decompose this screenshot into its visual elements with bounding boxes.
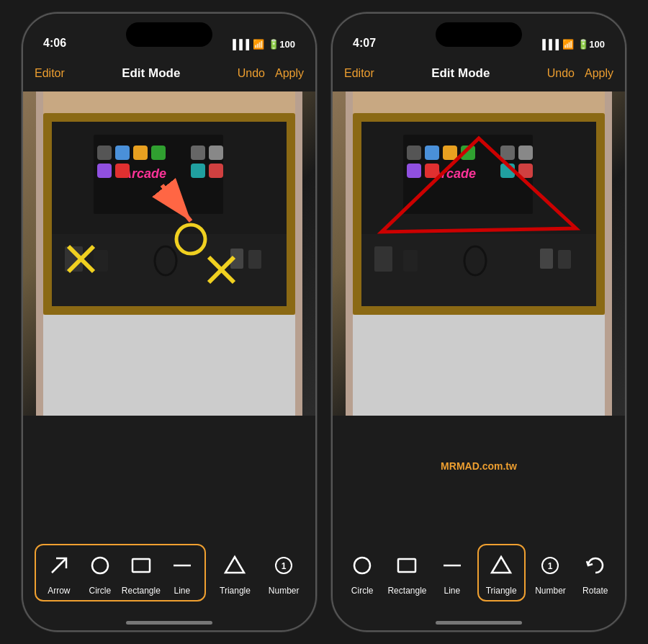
- dynamic-island-2: [436, 22, 522, 47]
- signal-icon: ▐▐▐: [230, 39, 250, 50]
- line-icon-2: [441, 554, 464, 577]
- number-label-2: Number: [535, 586, 566, 596]
- apply-button-1[interactable]: Apply: [275, 67, 304, 80]
- svg-rect-7: [133, 146, 148, 160]
- svg-rect-54: [374, 246, 392, 272]
- arrow-tool-icon[interactable]: [43, 550, 75, 581]
- number-label-1: Number: [269, 586, 300, 596]
- number-tool-icon-1[interactable]: 1: [268, 550, 300, 581]
- photo-bg-2: Arcade: [333, 91, 625, 416]
- battery-icon: 🔋100: [268, 39, 295, 50]
- signal-icon-2: ▐▐▐: [539, 39, 559, 50]
- svg-rect-12: [115, 164, 130, 178]
- svg-rect-48: [518, 146, 533, 160]
- svg-rect-58: [558, 250, 571, 269]
- svg-rect-11: [97, 164, 112, 178]
- tool-item-line[interactable]: Line: [162, 550, 202, 596]
- svg-rect-60: [346, 91, 353, 416]
- photo-bg-1: Arcade: [23, 91, 315, 416]
- rectangle-icon-2: [395, 554, 418, 577]
- svg-rect-44: [425, 146, 439, 160]
- apply-button-2[interactable]: Apply: [585, 67, 613, 80]
- wifi-icon: 📶: [253, 39, 264, 50]
- tool-item-rectangle-2[interactable]: Rectangle: [387, 550, 427, 596]
- rectangle-tool-icon[interactable]: [125, 550, 157, 581]
- circle-tool-icon-2[interactable]: [346, 550, 378, 581]
- time-2: 4:07: [353, 37, 376, 50]
- svg-rect-57: [540, 249, 553, 269]
- number-tool-icon-2[interactable]: 1: [534, 550, 566, 581]
- triangle-label-1: Triangle: [220, 586, 251, 596]
- circle-icon: [89, 554, 112, 577]
- arrow-icon: [48, 554, 71, 577]
- line-tool-icon-2[interactable]: [436, 550, 468, 581]
- tool-item-rectangle[interactable]: Rectangle: [121, 550, 161, 596]
- rectangle-icon: [130, 554, 153, 577]
- tool-item-circle-2[interactable]: Circle: [343, 550, 382, 596]
- undo-button-2[interactable]: Undo: [547, 67, 575, 80]
- svg-rect-61: [605, 91, 612, 416]
- phone-2: 4:07 ▐▐▐ 📶 🔋100 Editor Edit Mode Undo Ap…: [331, 12, 626, 632]
- rotate-icon: [584, 554, 607, 577]
- selected-tool-group-2: Triangle: [477, 544, 526, 601]
- line-icon: [171, 554, 194, 577]
- circle-tool-icon[interactable]: [84, 550, 116, 581]
- triangle-tool-icon-1[interactable]: [219, 550, 251, 581]
- line-tool-icon[interactable]: [166, 550, 198, 581]
- store-photo-2: Arcade: [333, 91, 625, 416]
- rotate-tool-icon-2[interactable]: [580, 550, 611, 581]
- rectangle-label-2: Rectangle: [387, 586, 426, 596]
- line-label-2: Line: [444, 586, 460, 596]
- svg-text:1: 1: [548, 561, 553, 571]
- tool-item-number-2[interactable]: 1 Number: [531, 550, 570, 596]
- triangle-icon-1: [223, 554, 246, 577]
- svg-text:1: 1: [282, 561, 287, 571]
- editor-button-2[interactable]: Editor: [344, 67, 374, 80]
- svg-point-32: [92, 558, 108, 573]
- tool-item-triangle-1[interactable]: Triangle: [215, 550, 255, 596]
- phone-1: 4:06 ▐▐▐ 📶 🔋100 Editor Edit Mode Undo Ap…: [22, 12, 317, 632]
- svg-rect-50: [425, 164, 439, 178]
- battery-icon-2: 🔋100: [577, 39, 605, 50]
- tool-item-line-2[interactable]: Line: [432, 550, 472, 596]
- undo-button-1[interactable]: Undo: [238, 67, 265, 80]
- svg-rect-10: [209, 146, 223, 160]
- triangle-tool-icon-2[interactable]: [485, 550, 517, 581]
- home-indicator-1: [126, 621, 212, 625]
- svg-point-63: [354, 558, 370, 573]
- svg-rect-49: [407, 164, 421, 178]
- tool-item-number-1[interactable]: 1 Number: [264, 550, 304, 596]
- number-icon-1: 1: [272, 554, 295, 577]
- tool-item-circle[interactable]: Circle: [80, 550, 120, 596]
- editor-button-1[interactable]: Editor: [35, 67, 65, 80]
- svg-rect-13: [191, 164, 205, 178]
- tool-item-triangle-2[interactable]: Triangle: [482, 550, 521, 596]
- svg-rect-43: [407, 146, 421, 160]
- svg-rect-20: [248, 250, 261, 269]
- rectangle-label: Rectangle: [122, 586, 161, 596]
- rectangle-tool-icon-2[interactable]: [391, 550, 423, 581]
- toolbar-1[interactable]: Arrow Circle Rectangle: [23, 537, 315, 609]
- svg-rect-45: [443, 146, 457, 160]
- svg-marker-35: [225, 557, 244, 573]
- tool-item-arrow[interactable]: Arrow: [39, 550, 78, 596]
- svg-rect-9: [191, 146, 205, 160]
- svg-rect-23: [295, 91, 302, 416]
- tool-item-rotate-2[interactable]: Rotate: [575, 550, 615, 596]
- wifi-icon-2: 📶: [562, 39, 574, 50]
- watermark-text: MRMAD.com.tw: [441, 460, 517, 472]
- status-icons-2: ▐▐▐ 📶 🔋100: [539, 39, 605, 50]
- circle-label: Circle: [89, 586, 111, 596]
- svg-rect-21: [36, 315, 302, 416]
- svg-rect-64: [398, 559, 415, 572]
- watermark: MRMAD.com.tw: [441, 460, 517, 472]
- svg-rect-8: [151, 146, 166, 160]
- toolbar-2[interactable]: Circle Rectangle Line: [333, 537, 625, 609]
- rotate-label-2: Rotate: [582, 586, 608, 596]
- svg-rect-17: [94, 250, 108, 272]
- svg-rect-47: [500, 146, 515, 160]
- svg-rect-15: [52, 234, 287, 306]
- status-icons-1: ▐▐▐ 📶 🔋100: [230, 39, 295, 50]
- svg-line-31: [52, 558, 66, 573]
- svg-rect-59: [346, 315, 612, 416]
